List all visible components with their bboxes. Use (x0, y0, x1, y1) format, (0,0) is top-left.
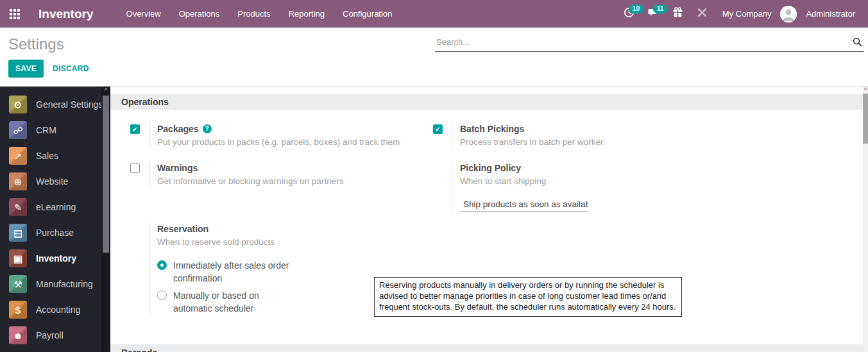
search-bar (435, 34, 864, 52)
sidebar-item-label: eLearning (36, 202, 76, 212)
help-icon[interactable]: ? (203, 124, 212, 133)
accounting-invoice-icon: $ (9, 301, 27, 319)
settings-panel: Operations ✔ Packages ? Put your product… (110, 87, 868, 352)
app-title: Inventory (38, 7, 94, 21)
user-menu[interactable]: Administrator (799, 9, 862, 19)
apps-menu-button[interactable] (0, 0, 30, 28)
sidebar-item-label: CRM (36, 125, 56, 135)
batch-pickings-checkbox[interactable]: ✔ (433, 124, 443, 134)
setting-description: When to start shipping (460, 175, 588, 188)
menu-operations[interactable]: Operations (172, 5, 227, 22)
setting-picking-policy: Picking Policy When to start shipping Sh… (433, 162, 588, 212)
sidebar-scrollbar[interactable]: ^ (101, 87, 110, 352)
setting-warnings: Warnings Get informative or blocking war… (130, 162, 343, 188)
scroll-up-icon[interactable]: ^ (863, 87, 868, 94)
handshake-icon: ☍ (9, 121, 27, 139)
setting-description: Process transfers in batch per worker (460, 136, 604, 149)
globe-icon: ⊕ (9, 172, 27, 190)
sidebar-item-label: Purchase (36, 228, 74, 238)
gift-icon (672, 7, 683, 21)
save-button[interactable]: SAVE (8, 60, 44, 78)
activities-button[interactable]: 10 (618, 3, 640, 25)
sidebar-item-label: Payroll (36, 330, 64, 340)
elearning-icon: ✎ (9, 198, 27, 216)
settings-app-sidebar: ⚙ General Settings ☍ CRM ↗ Sales ⊕ Websi… (0, 87, 110, 352)
setting-label: Warnings (157, 162, 343, 174)
menu-reporting[interactable]: Reporting (282, 5, 332, 22)
content-scrollbar-thumb[interactable] (863, 94, 868, 144)
radio-unselected-icon[interactable] (157, 290, 167, 300)
wrench-icon: ⚒ (9, 275, 27, 293)
menu-overview[interactable]: Overview (119, 5, 168, 22)
inventory-box-icon: ▣ (9, 249, 27, 267)
sidebar-item-inventory[interactable]: ▣ Inventory (0, 246, 110, 271)
sidebar-item-label: Sales (36, 151, 58, 161)
sidebar-scrollbar-thumb[interactable] (103, 96, 109, 253)
sidebar-item-payroll[interactable]: ☻ Payroll (0, 323, 110, 348)
sales-chart-icon: ↗ (9, 147, 27, 165)
search-icon[interactable] (853, 37, 862, 49)
section-header-operations: Operations (110, 94, 863, 110)
tools-button[interactable] (692, 3, 713, 25)
picking-policy-select[interactable]: Ship products as soon as available (460, 197, 588, 212)
gift-button[interactable] (667, 3, 689, 25)
control-panel: Settings SAVE DISCARD (0, 28, 868, 87)
sidebar-item-label: General Settings (36, 99, 103, 110)
activities-badge: 10 (629, 4, 643, 13)
sidebar-item-label: Inventory (36, 253, 76, 264)
purchase-card-icon: ▤ (9, 224, 27, 242)
sidebar-item-general-settings[interactable]: ⚙ General Settings (0, 92, 110, 117)
setting-label: Picking Policy (460, 162, 588, 174)
sidebar-item-accounting[interactable]: $ Accounting (0, 297, 110, 323)
crossed-tools-icon (697, 7, 708, 21)
setting-label: Batch Pickings (460, 122, 604, 135)
payroll-person-icon: ☻ (9, 326, 27, 344)
company-switcher[interactable]: My Company (716, 9, 778, 19)
radio-option-immediately[interactable]: Immediately after sales order confirmati… (157, 259, 295, 285)
page-title: Settings (8, 35, 64, 53)
menu-configuration[interactable]: Configuration (336, 5, 399, 22)
sidebar-item-crm[interactable]: ☍ CRM (0, 117, 110, 143)
scheduler-tooltip: Reserving products manually in delivery … (374, 277, 682, 317)
sidebar-item-manufacturing[interactable]: ⚒ Manufacturing (0, 271, 110, 297)
sidebar-item-purchase[interactable]: ▤ Purchase (0, 220, 110, 246)
radio-option-manually[interactable]: Manually or based on automatic scheduler (157, 289, 295, 315)
content-scrollbar[interactable]: ^ (863, 87, 868, 352)
sidebar-item-label: Website (36, 176, 68, 187)
reservation-radio-group: Immediately after sales order confirmati… (157, 259, 295, 315)
setting-description: When to reserve sold products (157, 236, 295, 249)
spacer (433, 162, 443, 212)
gear-icon: ⚙ (9, 96, 27, 113)
warnings-checkbox[interactable] (130, 163, 140, 173)
sidebar-item-label: Manufacturing (36, 279, 93, 289)
discard-button[interactable]: DISCARD (53, 64, 89, 73)
sidebar-item-elearning[interactable]: ✎ eLearning (0, 194, 110, 220)
setting-label: Packages ? (157, 122, 400, 135)
sidebar-item-website[interactable]: ⊕ Website (0, 169, 110, 194)
messages-button[interactable]: 11 (643, 3, 665, 25)
sidebar-item-sales[interactable]: ↗ Sales (0, 143, 110, 169)
packages-checkbox[interactable]: ✔ (130, 124, 140, 134)
sidebar-item-label: Accounting (36, 305, 80, 315)
section-header-barcode: Barcode (110, 344, 863, 352)
search-input[interactable] (435, 34, 848, 50)
setting-description: Get informative or blocking warnings on … (157, 175, 343, 188)
setting-packages: ✔ Packages ? Put your products in packs … (130, 122, 400, 149)
spacer (130, 222, 140, 315)
messages-badge: 11 (653, 4, 668, 13)
app-menu: Overview Operations Products Reporting C… (119, 5, 400, 22)
setting-description: Put your products in packs (e.g. parcels… (157, 136, 400, 149)
user-avatar[interactable] (780, 6, 797, 22)
apps-grid-icon (10, 9, 12, 12)
setting-label: Reservation (157, 222, 295, 235)
setting-reservation: Reservation When to reserve sold product… (130, 222, 295, 315)
setting-batch-pickings: ✔ Batch Pickings Process transfers in ba… (433, 122, 604, 149)
top-navbar: Inventory Overview Operations Products R… (0, 0, 868, 28)
radio-selected-icon[interactable] (157, 260, 167, 270)
menu-products[interactable]: Products (230, 5, 277, 22)
scroll-up-icon[interactable]: ^ (101, 87, 110, 95)
